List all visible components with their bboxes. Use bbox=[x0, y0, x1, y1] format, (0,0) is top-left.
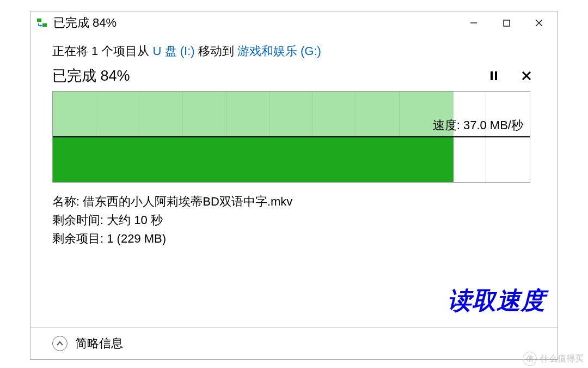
chart-speed-line bbox=[53, 136, 530, 137]
file-transfer-dialog: 已完成 84% 正在将 1 个项目从 U 盘 (I:) 移动到 游戏和娱乐 (G… bbox=[30, 11, 558, 360]
items-value: 1 (229 MB) bbox=[107, 232, 166, 245]
source-location-link[interactable]: U 盘 (I:) bbox=[153, 44, 195, 58]
svg-rect-0 bbox=[37, 19, 41, 22]
desc-prefix: 正在将 1 个项目从 bbox=[52, 44, 153, 58]
time-remaining-row: 剩余时间: 大约 10 秒 bbox=[52, 211, 536, 230]
pause-button[interactable] bbox=[488, 70, 500, 82]
chart-fill-lower bbox=[53, 137, 454, 182]
transfer-description: 正在将 1 个项目从 U 盘 (I:) 移动到 游戏和娱乐 (G:) bbox=[52, 43, 536, 59]
name-label: 名称: bbox=[52, 195, 83, 208]
watermark-badge: 值 bbox=[523, 352, 537, 366]
titlebar: 已完成 84% bbox=[30, 11, 558, 34]
chart-fill-upper bbox=[53, 92, 454, 137]
dest-location-link[interactable]: 游戏和娱乐 (G:) bbox=[237, 44, 321, 58]
transfer-speed-chart: 速度: 37.0 MB/秒 bbox=[52, 91, 530, 183]
cancel-button[interactable] bbox=[520, 70, 532, 82]
file-name-row: 名称: 借东西的小人阿莉埃蒂BD双语中字.mkv bbox=[52, 192, 536, 211]
status-text: 已完成 84% bbox=[52, 66, 130, 86]
status-row: 已完成 84% bbox=[52, 66, 536, 86]
svg-rect-7 bbox=[495, 71, 497, 80]
time-label: 剩余时间: bbox=[52, 213, 107, 227]
items-remaining-row: 剩余项目: 1 (229 MB) bbox=[52, 230, 536, 248]
dialog-footer: 简略信息 bbox=[30, 327, 558, 359]
speed-label: 速度: 37.0 MB/秒 bbox=[433, 117, 523, 134]
watermark-text: 什么值得买 bbox=[540, 353, 584, 365]
annotation-overlay: 读取速度 bbox=[448, 285, 546, 317]
watermark: 值 什么值得买 bbox=[518, 349, 588, 368]
minimize-button[interactable] bbox=[457, 12, 490, 34]
time-value: 大约 10 秒 bbox=[107, 213, 163, 227]
toggle-details-label[interactable]: 简略信息 bbox=[75, 335, 123, 352]
svg-rect-1 bbox=[42, 23, 47, 27]
name-value: 借东西的小人阿莉埃蒂BD双语中字.mkv bbox=[83, 195, 292, 208]
svg-rect-3 bbox=[504, 20, 510, 26]
desc-mid: 移动到 bbox=[195, 44, 237, 58]
transfer-icon bbox=[37, 17, 48, 28]
close-button[interactable] bbox=[523, 12, 555, 34]
maximize-button[interactable] bbox=[490, 12, 523, 34]
svg-rect-6 bbox=[491, 71, 493, 80]
content-area: 正在将 1 个项目从 U 盘 (I:) 移动到 游戏和娱乐 (G:) 已完成 8… bbox=[30, 34, 558, 327]
chevron-up-icon bbox=[56, 341, 64, 346]
transfer-details: 名称: 借东西的小人阿莉埃蒂BD双语中字.mkv 剩余时间: 大约 10 秒 剩… bbox=[52, 192, 536, 248]
window-controls bbox=[457, 12, 555, 34]
operation-buttons bbox=[488, 70, 536, 82]
items-label: 剩余项目: bbox=[52, 232, 107, 245]
window-title: 已完成 84% bbox=[53, 15, 457, 31]
toggle-details-button[interactable] bbox=[52, 336, 68, 351]
